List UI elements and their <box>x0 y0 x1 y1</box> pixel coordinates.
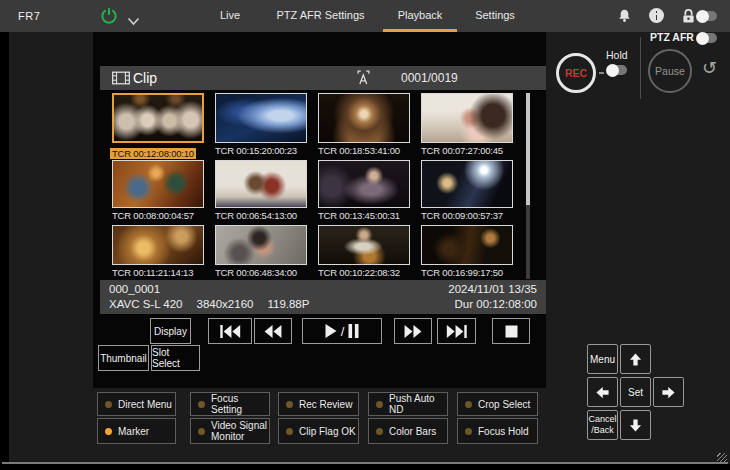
clip-thumbnail-8[interactable]: TCR 00:09:00:57:37 <box>421 160 513 221</box>
clip-image-11 <box>318 225 410 265</box>
stop-button[interactable] <box>492 318 530 344</box>
clip-thumbnail-3[interactable]: TCR 00:18:53:41:00 <box>318 93 410 156</box>
assignable-key-video-signal-monitor[interactable]: Video Signal Monitor <box>190 418 270 444</box>
play-pause-button[interactable]: / <box>302 318 382 344</box>
clip-timecode-1: TCR 00:12:08:00:10 <box>110 148 196 159</box>
clip-duration: Dur 00:12:08:00 <box>448 297 537 312</box>
menu-button[interactable]: Menu <box>587 344 618 374</box>
assignable-key-crop-select[interactable]: Crop Select <box>457 392 538 416</box>
fr7-remote-ui: FR7 Live PTZ AFR Settings Playback Setti… <box>0 0 730 470</box>
window-frame <box>0 464 730 470</box>
bell-icon[interactable] <box>616 7 633 25</box>
arrow-up-icon <box>628 352 643 367</box>
play-pause-separator: / <box>341 324 345 339</box>
assignable-key-clip-flag-ok[interactable]: Clip Flag OK <box>278 418 359 444</box>
clip-image-3 <box>318 93 410 143</box>
clip-image-2 <box>215 93 307 143</box>
sort-by-name-icon[interactable] <box>357 70 370 89</box>
set-button[interactable]: Set <box>620 377 651 407</box>
clip-header: Clip 0001/0019 <box>100 66 546 90</box>
cancel-back-button[interactable]: Cancel /Back <box>587 410 618 440</box>
clip-thumbnail-10[interactable]: TCR 00:06:48:34:00 <box>215 225 307 278</box>
slot-select-button[interactable]: Slot Select <box>151 345 200 371</box>
tab-playback[interactable]: Playback <box>383 0 457 32</box>
clip-image-4 <box>421 93 513 143</box>
clip-thumbnail-1[interactable]: TCR 00:12:08:00:10 <box>112 93 204 161</box>
clip-thumbnail-9[interactable]: TCR 00:11:21:14:13 <box>112 225 204 278</box>
tab-live[interactable]: Live <box>205 0 255 32</box>
skip-forward-icon <box>445 325 468 338</box>
rewind-button[interactable] <box>254 318 292 344</box>
skip-back-icon <box>219 325 242 338</box>
assignable-key-direct-menu[interactable]: Direct Menu <box>97 392 176 416</box>
clip-image-12 <box>421 225 513 265</box>
clip-grid-scrollbar[interactable] <box>526 93 530 279</box>
arrow-right-button[interactable] <box>653 377 684 407</box>
clip-timecode-12: TCR 00:16:99:17:50 <box>421 267 513 278</box>
arrow-up-button[interactable] <box>620 344 651 374</box>
arrow-left-button[interactable] <box>587 377 618 407</box>
rec-button[interactable]: REC <box>556 53 596 93</box>
assignable-key-marker[interactable]: Marker <box>97 418 176 444</box>
clip-timecode-4: TCR 00:07:27:00:45 <box>421 145 513 156</box>
clip-datetime: 2024/11/01 13/35 <box>448 282 537 297</box>
clip-framerate: 119.88P <box>267 298 309 310</box>
power-icon[interactable] <box>100 7 118 25</box>
clip-thumbnail-11[interactable]: TCR 00:10:22:08:32 <box>318 225 410 278</box>
clip-panel-title: Clip <box>133 70 157 86</box>
playback-screen: Clip 0001/0019 TCR 00:12:08:00:10 TCR 00… <box>93 32 546 388</box>
assignable-key-rec-review[interactable]: Rec Review <box>278 392 359 416</box>
clip-timecode-9: TCR 00:11:21:14:13 <box>112 267 204 278</box>
status-dot <box>286 428 293 435</box>
ptz-pause-button[interactable]: Pause <box>648 49 692 93</box>
clip-timecode-2: TCR 00:15:20:00:23 <box>215 145 307 156</box>
resize-grip[interactable] <box>717 453 727 462</box>
assignable-key-focus-hold[interactable]: Focus Hold <box>457 418 538 444</box>
clip-image-8 <box>421 160 513 208</box>
clip-name: 000_0001 <box>109 282 309 297</box>
next-clip-button[interactable] <box>437 318 476 344</box>
lock-toggle[interactable] <box>697 11 717 21</box>
controls-divider <box>640 37 641 99</box>
ptz-reset-rotate-icon[interactable]: ↺ <box>702 59 717 77</box>
status-dot <box>198 401 205 408</box>
clip-timecode-11: TCR 00:10:22:08:32 <box>318 267 410 278</box>
arrow-right-icon <box>661 385 676 400</box>
rec-hold-toggle[interactable] <box>607 65 627 75</box>
info-icon[interactable] <box>649 8 664 23</box>
hold-label: Hold <box>606 49 628 61</box>
clip-info-bar: 000_0001 XAVC S-L 4203840x2160119.88P 20… <box>100 280 546 314</box>
clip-thumbnail-5[interactable]: TCR 00:08:00:04:57 <box>112 160 204 221</box>
clip-timecode-5: TCR 00:08:00:04:57 <box>112 210 204 221</box>
ptz-afr-label: PTZ AFR <box>650 31 694 43</box>
status-dot <box>198 428 205 435</box>
clip-thumbnail-6[interactable]: TCR 00:06:54:13:00 <box>215 160 307 221</box>
assignable-key-color-bars[interactable]: Color Bars <box>368 418 448 444</box>
tab-ptz-afr-settings[interactable]: PTZ AFR Settings <box>268 0 373 32</box>
lock-icon[interactable] <box>680 7 697 25</box>
clip-thumbnail-7[interactable]: TCR 00:13:45:00:31 <box>318 160 410 221</box>
assignable-key-push-auto-nd[interactable]: Push Auto ND <box>368 392 448 416</box>
fast-forward-button[interactable] <box>394 318 432 344</box>
ptz-afr-toggle[interactable] <box>697 33 717 43</box>
thumbnail-button[interactable]: Thumbnail <box>98 345 149 371</box>
clip-thumbnail-12[interactable]: TCR 00:16:99:17:50 <box>421 225 513 278</box>
chevron-down-icon[interactable] <box>127 12 140 21</box>
scrollbar-thumb[interactable] <box>526 93 530 205</box>
rewind-icon <box>263 325 283 338</box>
device-name: FR7 <box>18 10 40 22</box>
clip-thumbnail-2[interactable]: TCR 00:15:20:00:23 <box>215 93 307 156</box>
clip-image-6 <box>215 160 307 208</box>
status-dot <box>105 428 112 435</box>
clip-image-7 <box>318 160 410 208</box>
clip-timecode-3: TCR 00:18:53:41:00 <box>318 145 410 156</box>
tab-settings[interactable]: Settings <box>465 0 525 32</box>
clip-image-9 <box>112 225 204 265</box>
display-button[interactable]: Display <box>150 318 191 344</box>
assignable-key-focus-setting[interactable]: Focus Setting <box>190 392 270 416</box>
clip-thumbnail-4[interactable]: TCR 00:07:27:00:45 <box>421 93 513 156</box>
status-dot <box>376 428 383 435</box>
arrow-down-button[interactable] <box>620 410 651 440</box>
clip-codec: XAVC S-L 420 <box>109 298 183 310</box>
previous-clip-button[interactable] <box>208 318 252 344</box>
